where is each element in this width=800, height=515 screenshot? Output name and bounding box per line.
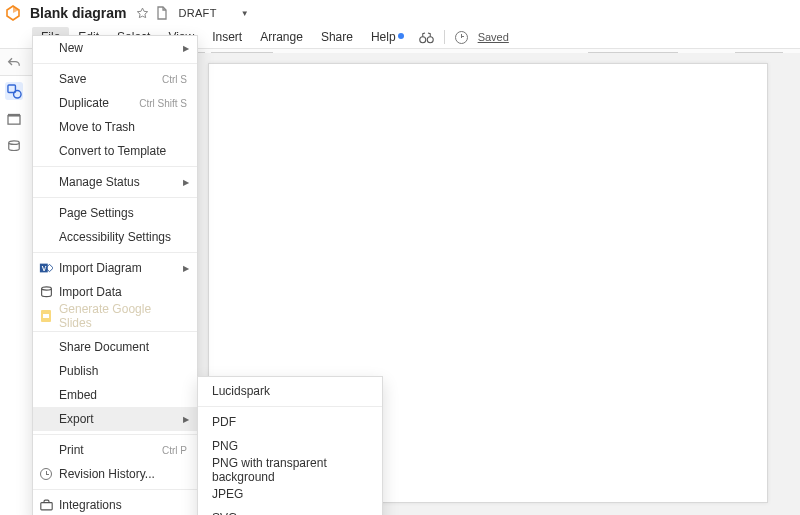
file-convert-to-template[interactable]: Convert to Template: [33, 139, 197, 163]
draft-status-dropdown[interactable]: DRAFT▼: [178, 7, 248, 19]
export-jpeg[interactable]: JPEG: [198, 482, 382, 506]
file-generate-google-slides: Generate Google Slides: [33, 304, 197, 328]
draft-label: DRAFT: [178, 7, 216, 19]
file-menu-dropdown: New▶ SaveCtrl S DuplicateCtrl Shift S Mo…: [32, 35, 198, 515]
chevron-right-icon: ▶: [183, 44, 189, 53]
chevron-right-icon: ▶: [183, 264, 189, 273]
file-revision-history[interactable]: Revision History...: [33, 462, 197, 486]
file-share-document[interactable]: Share Document: [33, 335, 197, 359]
visio-icon: V: [38, 260, 54, 276]
history-icon[interactable]: [455, 31, 468, 44]
file-page-settings[interactable]: Page Settings: [33, 201, 197, 225]
svg-point-15: [9, 141, 20, 145]
star-icon[interactable]: [135, 6, 149, 20]
file-manage-status[interactable]: Manage Status▶: [33, 170, 197, 194]
export-png[interactable]: PNG: [198, 434, 382, 458]
export-lucidspark[interactable]: Lucidspark: [198, 379, 382, 403]
data-panel-icon[interactable]: [5, 138, 23, 156]
svg-rect-14: [8, 114, 20, 117]
containers-panel-icon[interactable]: [5, 110, 23, 128]
help-notification-dot: [398, 33, 404, 39]
briefcase-icon: [38, 497, 54, 513]
svg-rect-22: [40, 503, 51, 510]
svg-rect-21: [43, 314, 49, 318]
document-title[interactable]: Blank diagram: [30, 5, 126, 21]
export-png-transparent[interactable]: PNG with transparent background: [198, 458, 382, 482]
title-bar: Blank diagram DRAFT▼: [0, 0, 800, 26]
app-logo: [4, 4, 22, 22]
menu-arrange[interactable]: Arrange: [251, 27, 312, 47]
file-duplicate[interactable]: DuplicateCtrl Shift S: [33, 91, 197, 115]
saved-status[interactable]: Saved: [478, 31, 509, 43]
clock-icon: [38, 466, 54, 482]
export-submenu: Lucidspark PDF PNG PNG with transparent …: [197, 376, 383, 515]
file-move-to-trash[interactable]: Move to Trash: [33, 115, 197, 139]
menu-share[interactable]: Share: [312, 27, 362, 47]
svg-point-19: [41, 286, 51, 289]
svg-point-2: [419, 36, 425, 42]
svg-rect-13: [8, 116, 20, 125]
menu-help[interactable]: Help: [362, 27, 413, 47]
undo-rail-icon[interactable]: [5, 54, 23, 72]
file-embed[interactable]: Embed: [33, 383, 197, 407]
file-print[interactable]: PrintCtrl P: [33, 438, 197, 462]
file-new[interactable]: New▶: [33, 36, 197, 60]
chevron-right-icon: ▶: [183, 178, 189, 187]
document-icon[interactable]: [155, 6, 169, 20]
file-integrations[interactable]: Integrations: [33, 493, 197, 515]
shapes-panel-icon[interactable]: [5, 82, 23, 100]
file-import-data[interactable]: Import Data: [33, 280, 197, 304]
file-import-diagram[interactable]: V Import Diagram▶: [33, 256, 197, 280]
find-icon[interactable]: [419, 31, 434, 44]
menu-insert[interactable]: Insert: [203, 27, 251, 47]
file-publish[interactable]: Publish: [33, 359, 197, 383]
google-slides-icon: [38, 308, 54, 324]
file-export[interactable]: Export▶: [33, 407, 197, 431]
svg-point-12: [13, 90, 21, 98]
file-accessibility-settings[interactable]: Accessibility Settings: [33, 225, 197, 249]
left-rail: [0, 50, 28, 510]
file-save[interactable]: SaveCtrl S: [33, 67, 197, 91]
export-pdf[interactable]: PDF: [198, 410, 382, 434]
database-icon: [38, 284, 54, 300]
chevron-right-icon: ▶: [183, 415, 189, 424]
export-svg[interactable]: SVG: [198, 506, 382, 515]
svg-point-3: [427, 36, 433, 42]
